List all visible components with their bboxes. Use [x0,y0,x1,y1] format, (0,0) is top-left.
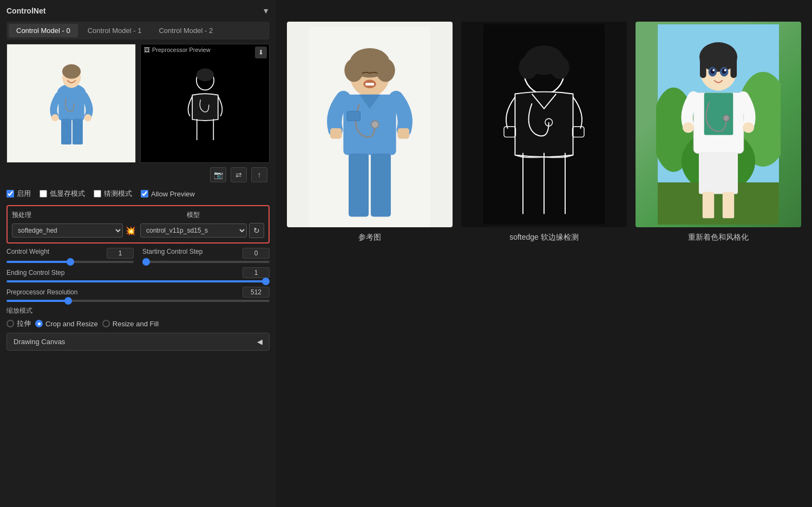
fire-button[interactable]: 💥 [125,226,136,236]
model-select-wrap: control_v11p_sd15_s ↻ [140,223,264,238]
result-img-box-2 [461,22,627,227]
preprocessor-res-slider-row: Preprocessor Resolution 512 [6,287,270,302]
tab-control-model-2[interactable]: Control Model - 2 [151,24,220,37]
swap-button[interactable]: ⇄ [231,167,247,182]
upload-button[interactable]: ↑ [251,167,267,182]
control-weight-value[interactable]: 1 [107,248,134,259]
pm-labels: 预处理 模型 [12,210,264,220]
result-images: 参考图 [287,22,801,242]
allow-preview-checkbox[interactable]: Allow Preview [141,190,195,198]
result-caption-3: 重新着色和风格化 [688,233,749,242]
download-preview-button[interactable]: ⬇ [255,47,267,58]
drawing-canvas-row[interactable]: Drawing Canvas ◀ [6,333,270,351]
photo-edge-2 [461,22,627,227]
preprocessor-select[interactable]: softedge_hed [12,223,123,238]
control-weight-header: Control Weight 1 [6,248,134,259]
starting-step-header: Starting Control Step 0 [142,248,270,259]
starting-step-label: Starting Control Step [142,248,202,259]
panel-header: ControlNet ▼ [6,6,270,15]
stretch-radio[interactable] [6,320,14,327]
svg-point-14 [376,58,395,82]
ending-step-range[interactable] [6,280,270,282]
svg-point-13 [344,58,363,82]
model-label: 模型 [187,210,264,220]
result-image-3: 重新着色和风格化 [636,22,801,242]
preprocessor-label: 预处理 [12,210,89,220]
scale-mode-buttons: 拉伸 Crop and Resize Resize and Fill [6,319,270,328]
svg-point-2 [62,64,80,79]
low-memory-input[interactable] [40,190,47,197]
result-image-2: softedge 软边缘检测 [461,22,627,242]
result-caption-1: 参考图 [358,233,381,242]
checkboxes-row: 启用 低显存模式 猜测模式 Allow Preview [6,187,270,201]
model-refresh-button[interactable]: ↻ [249,223,264,238]
scale-resize-fill[interactable]: Resize and Fill [102,319,159,328]
scale-stretch[interactable]: 拉伸 [6,319,31,328]
preprocessor-res-header: Preprocessor Resolution 512 [6,287,270,298]
svg-point-50 [683,122,694,133]
control-weight-slider-item: Control Weight 1 [6,248,134,263]
svg-point-48 [712,69,715,71]
svg-point-39 [723,115,730,121]
low-memory-checkbox[interactable]: 低显存模式 [40,189,85,199]
scale-crop-resize[interactable]: Crop and Resize [35,319,98,328]
preprocessor-res-range[interactable] [6,300,270,302]
tab-control-model-0[interactable]: Control Model - 0 [9,24,78,37]
starting-step-value[interactable]: 0 [243,248,270,259]
enable-checkbox[interactable]: 启用 [6,189,31,199]
svg-rect-3 [58,92,84,120]
ending-step-header: Ending Control Step 1 [6,267,270,278]
photo-anime-3 [636,22,801,227]
left-panel: ControlNet ▼ Control Model - 0 Control M… [0,0,276,507]
svg-rect-53 [703,192,714,219]
preprocessor-select-wrap: softedge_hed 💥 [12,223,136,238]
starting-step-slider-item: Starting Control Step 0 [142,248,270,263]
image-row: 🖼 图像 ↻ ✕ ✎ [6,44,270,163]
svg-rect-23 [347,111,360,121]
svg-rect-38 [704,93,734,135]
svg-rect-22 [371,154,391,217]
svg-rect-52 [699,152,738,194]
svg-rect-19 [330,128,342,139]
source-image-box: 🖼 图像 ↻ ✕ ✎ [6,44,136,163]
scale-mode-label: 缩放模式 [6,306,270,315]
svg-rect-7 [72,119,82,145]
model-select[interactable]: control_v11p_sd15_s [140,223,247,238]
svg-rect-20 [398,128,409,139]
crop-resize-radio[interactable] [35,320,43,327]
panel-collapse-arrow[interactable]: ▼ [262,6,270,15]
tabs-container: Control Model - 0 Control Model - 1 Cont… [6,22,270,39]
svg-point-28 [551,56,569,79]
svg-rect-6 [61,119,71,145]
result-edge-svg [482,24,606,225]
ending-step-value[interactable]: 1 [243,267,270,278]
nurse-svg [39,52,104,155]
svg-point-18 [371,121,379,128]
guess-mode-input[interactable] [94,190,101,197]
pm-selects: softedge_hed 💥 control_v11p_sd15_s ↻ [12,223,264,238]
preprocessor-res-label: Preprocessor Resolution [6,288,77,296]
result-img-box-3 [636,22,801,227]
edge-preview-image [141,44,269,162]
control-weight-label: Control Weight [6,248,49,259]
preprocessor-res-value[interactable]: 512 [243,287,270,298]
allow-preview-input[interactable] [141,190,148,197]
svg-point-51 [743,122,754,133]
enable-input[interactable] [6,190,14,197]
svg-rect-16 [365,83,374,85]
photo-nurse-1 [287,22,453,227]
edge-svg [175,57,235,149]
control-weight-range[interactable] [6,261,134,263]
resize-fill-radio[interactable] [102,320,110,327]
tab-control-model-1[interactable]: Control Model - 1 [80,24,149,37]
ending-step-label: Ending Control Step [6,269,64,276]
drawing-canvas-label: Drawing Canvas [14,338,65,346]
toolbar-row: 📷 ⇄ ↑ [6,167,270,182]
result-anime-svg [656,24,781,225]
starting-step-range[interactable] [142,261,270,263]
preview-image-label: 🖼 Preprocessor Preview [144,47,211,53]
guess-mode-checkbox[interactable]: 猜测模式 [94,189,132,199]
camera-button[interactable]: 📷 [210,167,226,182]
svg-rect-21 [349,154,369,217]
svg-rect-43 [730,57,737,78]
